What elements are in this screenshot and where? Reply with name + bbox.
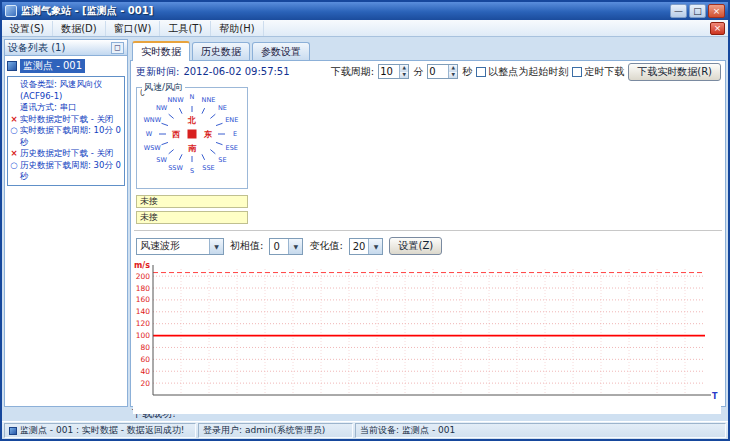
menu-settings[interactable]: 设置(S) xyxy=(2,21,53,36)
device-list-sidebar: 设备列表 (1) ◻ 监测点 - 001 设备类型: 风速风向仪 (ACF96-… xyxy=(4,39,128,407)
compass-direction-label: SW xyxy=(156,156,167,164)
svg-text:200: 200 xyxy=(136,272,151,281)
circle-icon: ○ xyxy=(10,125,18,137)
wave-type-select[interactable]: 风速波形 ▼ xyxy=(136,238,224,255)
mdi-close-icon[interactable]: × xyxy=(710,22,725,35)
status-device-icon xyxy=(9,427,17,435)
svg-text:160: 160 xyxy=(136,295,151,304)
phase-label: 初相值: xyxy=(230,239,263,253)
wave-type-value: 风速波形 xyxy=(137,239,209,253)
info-text: 设备类型: 风速风向仪 (ACF96-1) xyxy=(20,79,122,102)
compass-direction-label: N xyxy=(190,93,195,101)
svg-text:60: 60 xyxy=(140,355,150,364)
phase-select[interactable]: 0 ▼ xyxy=(269,238,303,255)
download-period-label: 下载周期: xyxy=(331,65,374,79)
compass-direction-label: S xyxy=(190,167,194,175)
set-button[interactable]: 设置(Z) xyxy=(389,237,442,255)
svg-text:100: 100 xyxy=(136,331,151,340)
download-realtime-button[interactable]: 下载实时数据(R) xyxy=(628,63,721,81)
align-start-checkbox[interactable] xyxy=(476,67,486,77)
delta-value: 20 xyxy=(350,241,369,252)
tab-realtime-data[interactable]: 实时数据 xyxy=(132,41,190,61)
toolbar-right: 下载周期: ▲ ▼ 分 ▲ xyxy=(331,63,723,81)
app-window: 监测气象站 - [监测点 - 001] — □ × 设置(S) 数据(D) 窗口… xyxy=(0,0,730,441)
chevron-down-icon[interactable]: ▼ xyxy=(288,239,302,254)
wind-direction-value: 未接 xyxy=(136,211,248,224)
tab-history-data[interactable]: 历史数据 xyxy=(192,42,250,60)
seconds-input[interactable] xyxy=(428,65,448,78)
statusbar: 监测点 - 001 : 实时数据 - 数据返回成功! 登录用户: admin(系… xyxy=(2,421,728,439)
svg-text:120: 120 xyxy=(136,319,151,328)
panel-toggle-icon[interactable]: ◻ xyxy=(111,42,124,54)
device-list-title: 设备列表 (1) xyxy=(8,41,65,55)
minimize-button[interactable]: — xyxy=(670,4,687,18)
seconds-spin-buttons: ▲ ▼ xyxy=(448,65,457,78)
timer-download-checkbox-group: 定时下载 xyxy=(572,65,624,79)
spin-down-icon[interactable]: ▼ xyxy=(448,72,457,79)
compass-direction-label: NW xyxy=(156,104,167,112)
tab-parameter-settings[interactable]: 参数设置 xyxy=(252,42,310,60)
status-user-cell: 登录用户: admin(系统管理员) xyxy=(198,423,353,438)
current-device-value: 监测点 - 001 xyxy=(402,424,455,437)
window-title: 监测气象站 - [监测点 - 001] xyxy=(21,4,666,18)
compass-cn-direction-label: 北 xyxy=(188,115,196,126)
info-text: 历史数据下载周期: 30分 0秒 xyxy=(20,160,122,183)
svg-text:20: 20 xyxy=(140,379,150,388)
menu-tools[interactable]: 工具(T) xyxy=(160,21,211,36)
main-area: 设备列表 (1) ◻ 监测点 - 001 设备类型: 风速风向仪 (ACF96-… xyxy=(2,37,728,407)
timer-download-checkbox[interactable] xyxy=(572,67,582,77)
device-list-header: 设备列表 (1) ◻ xyxy=(4,39,128,56)
align-start-checkbox-group: 以整点为起始时刻 xyxy=(476,65,568,79)
compass-direction-label: NNW xyxy=(167,96,183,104)
info-device-type: 设备类型: 风速风向仪 (ACF96-1) xyxy=(10,79,122,102)
svg-text:180: 180 xyxy=(136,284,151,293)
minutes-stepper: ▲ ▼ xyxy=(378,64,409,79)
svg-text:80: 80 xyxy=(140,343,150,352)
compass-direction-label: ENE xyxy=(225,116,238,124)
compass-direction-label: WNW xyxy=(143,116,161,124)
svg-text:T: T xyxy=(712,392,718,401)
device-list-body: 监测点 - 001 设备类型: 风速风向仪 (ACF96-1) 通讯方式: 串口… xyxy=(4,56,128,407)
chevron-down-icon[interactable]: ▼ xyxy=(209,239,223,254)
minutes-input[interactable] xyxy=(379,65,399,78)
minutes-unit-label: 分 xyxy=(413,65,423,79)
close-button[interactable]: × xyxy=(708,4,725,18)
device-item-label: 监测点 - 001 xyxy=(20,59,85,73)
compass-cn-direction-label: 南 xyxy=(188,143,196,154)
info-comm-mode: 通讯方式: 串口 xyxy=(10,102,122,114)
info-history-period: ○ 历史数据下载周期: 30分 0秒 xyxy=(10,160,122,183)
window-buttons: — □ × xyxy=(670,4,725,18)
info-text: 通讯方式: 串口 xyxy=(20,102,77,114)
status-message-cell: 监测点 - 001 : 实时数据 - 数据返回成功! xyxy=(4,423,196,438)
wind-speed-chart: 20406080100120140160180200m/sT xyxy=(133,261,723,404)
login-user-value: admin(系统管理员) xyxy=(245,424,325,437)
compass-direction-label: NNE xyxy=(202,96,216,104)
compass-direction-label: WSW xyxy=(144,144,161,152)
compass-direction-label: SSW xyxy=(168,164,183,172)
menu-help[interactable]: 帮助(H) xyxy=(211,21,263,36)
info-text: 实时数据下载周期: 10分 0秒 xyxy=(20,125,122,148)
delta-select[interactable]: 20 ▼ xyxy=(349,238,384,255)
seconds-unit-label: 秒 xyxy=(462,65,472,79)
compass-direction-label: E xyxy=(233,130,237,138)
compass-direction-label: ESE xyxy=(226,144,238,152)
login-user-label: 登录用户: xyxy=(203,424,242,437)
update-time-label: 更新时间: xyxy=(133,65,179,79)
device-icon xyxy=(7,61,17,71)
menubar: 设置(S) 数据(D) 窗口(W) 工具(T) 帮助(H) × xyxy=(2,20,728,37)
minutes-spin-buttons: ▲ ▼ xyxy=(399,65,408,78)
info-history-timer: × 历史数据定时下载 - 关闭 xyxy=(10,148,122,160)
content-column: 实时数据 历史数据 参数设置 更新时间: 2012-06-02 09:57:51… xyxy=(130,39,726,407)
compass-cn-direction-label: 东 xyxy=(204,129,212,140)
menu-window[interactable]: 窗口(W) xyxy=(106,21,161,36)
current-device-label: 当前设备: xyxy=(360,424,399,437)
spin-down-icon[interactable]: ▼ xyxy=(399,72,408,79)
chevron-down-icon[interactable]: ▼ xyxy=(368,239,382,254)
device-list-item[interactable]: 监测点 - 001 xyxy=(7,59,125,73)
compass-cn-direction-label: 西 xyxy=(172,129,180,140)
menu-data[interactable]: 数据(D) xyxy=(53,21,106,36)
circle-icon: ○ xyxy=(10,160,18,172)
maximize-button[interactable]: □ xyxy=(689,4,706,18)
delta-label: 变化值: xyxy=(309,239,342,253)
align-start-checkbox-label: 以整点为起始时刻 xyxy=(488,65,568,79)
